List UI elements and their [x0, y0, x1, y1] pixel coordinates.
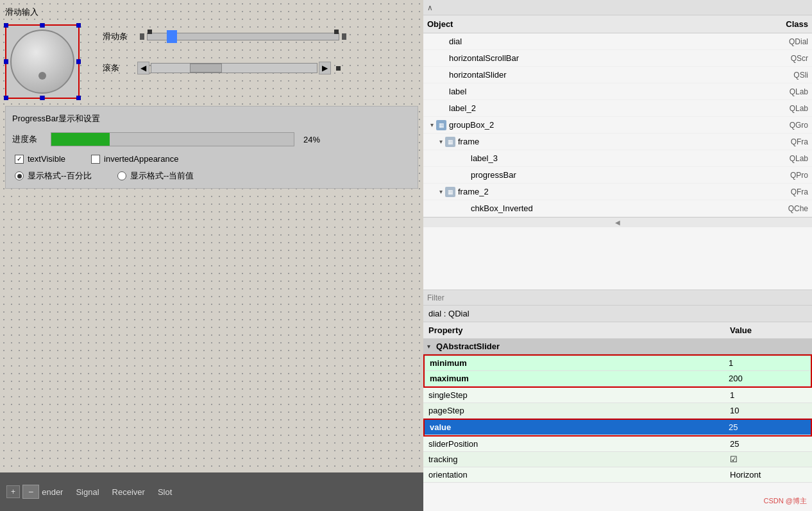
resize-handle-br[interactable] [76, 96, 81, 100]
scrollbar-thumb[interactable] [190, 64, 222, 73]
tree-item-icon-progressbar [458, 170, 468, 180]
resize-handle-tr[interactable] [76, 23, 81, 28]
radio-current[interactable]: 显示格式--当前值 [117, 170, 194, 182]
prop-value-sliderposition: 25 [730, 439, 807, 449]
prop-row-sliderposition[interactable]: sliderPosition 25 [423, 437, 812, 452]
bottom-tabs: ender Signal Receiver Slot [42, 487, 172, 497]
tree-row[interactable]: horizontalScrollBar QScr [423, 50, 812, 67]
tree-row[interactable]: ▾ ▦ frame QFra [423, 134, 812, 150]
tree-row[interactable]: ▾ ▦ groupBox_2 QGro [423, 117, 812, 134]
bottom-minus-button[interactable]: − [22, 485, 39, 499]
tree-row-name: frame [458, 137, 757, 146]
tick-end [336, 66, 341, 71]
right-panel: ∧ Object Class dial QDial horizontalScro… [423, 0, 812, 511]
tree-expand[interactable]: ▾ [436, 188, 445, 195]
progressbar-section: ProgressBar显示和设置 进度条 24% textVisible inv… [5, 106, 418, 189]
prop-group-row[interactable]: ▾ QAbstractSlider [423, 339, 812, 354]
dial-container[interactable] [5, 24, 80, 99]
progress-row: 进度条 24% [12, 132, 411, 146]
tree-row-class: QSli [757, 71, 808, 80]
checkbox-box-inverted[interactable] [91, 155, 100, 164]
section-title: ProgressBar显示和设置 [12, 113, 411, 125]
tree-expand[interactable]: ▾ [427, 121, 436, 128]
tree-row-name: groupBox_2 [449, 120, 757, 130]
prop-value-pagestep: 10 [730, 406, 807, 415]
resize-handle-t[interactable] [40, 23, 45, 28]
checkbox-inverted[interactable]: invertedAppearance [91, 154, 178, 164]
scrollbar-label: 滚条 [103, 62, 135, 74]
scroll-right-arrow[interactable]: ▶ [319, 62, 331, 74]
radio-current-label: 显示格式--当前值 [130, 170, 194, 182]
tree-row[interactable]: progressBar QPro [423, 167, 812, 184]
collapse-button[interactable]: ∧ [427, 3, 433, 12]
tree-row[interactable]: dial QDial [423, 33, 812, 50]
prop-name-minimum: minimum [430, 358, 729, 368]
tree-row[interactable]: label_3 QLab [423, 150, 812, 167]
group-expand-icon[interactable]: ▾ [427, 343, 436, 350]
resize-handle-b[interactable] [40, 96, 45, 100]
red-border-highlight: minimum 1 maximum 200 [423, 354, 812, 388]
tree-row[interactable]: ▾ ▦ frame_2 QFra [423, 184, 812, 200]
tab-receiver[interactable]: Receiver [112, 487, 145, 497]
resize-handle-r[interactable] [76, 60, 81, 64]
scroll-left-arrow[interactable]: ◀ [137, 62, 149, 74]
prop-row-maximum[interactable]: maximum 200 [425, 371, 811, 386]
prop-row-minimum[interactable]: minimum 1 [425, 356, 811, 371]
tree-header-object: Object [427, 19, 757, 29]
tree-expand [427, 88, 436, 95]
tree-expand[interactable]: ▾ [436, 138, 445, 145]
checkbox-box-textvisible[interactable] [15, 155, 24, 164]
tree-row[interactable]: label_2 QLab [423, 100, 812, 117]
tree-item-icon-groupbox2: ▦ [436, 120, 446, 130]
checkbox-text-visible[interactable]: textVisible [15, 154, 65, 164]
dial-wrapper [5, 24, 80, 101]
resize-handle-bl[interactable] [4, 96, 8, 100]
prop-row-pagestep[interactable]: pageStep 10 [423, 403, 812, 419]
tab-slot[interactable]: Slot [158, 487, 172, 497]
object-label-text: dial : QDial [428, 309, 469, 318]
tree-expand [427, 71, 436, 78]
prop-name-pagestep: pageStep [428, 406, 730, 415]
bottom-plus-button[interactable]: + [6, 485, 20, 498]
filter-bar-property [423, 290, 812, 306]
slider-left-tick [140, 33, 144, 40]
prop-row-tracking[interactable]: tracking ☑ [423, 452, 812, 467]
tree-item-icon-label2 [436, 103, 446, 114]
tree-item-icon-frame2: ▦ [445, 187, 455, 197]
tree-row[interactable]: chkBox_Inverted QChe [423, 200, 812, 217]
tree-row[interactable]: horizontalSlider QSli [423, 67, 812, 83]
tree-item-icon-hscrollbar [436, 53, 446, 64]
progress-bar-track[interactable] [51, 132, 294, 146]
prop-row-value[interactable]: value 25 [425, 420, 811, 435]
prop-header-value: Value [730, 325, 807, 335]
filter-input-property[interactable] [427, 293, 808, 302]
progress-text: 24% [303, 135, 320, 144]
resize-handle-l[interactable] [4, 60, 8, 64]
h-slider-handle[interactable] [167, 30, 177, 43]
tree-row-name: horizontalScrollBar [449, 53, 757, 63]
tree-row-class: QGro [757, 121, 808, 130]
radio-btn-current[interactable] [117, 171, 126, 180]
tree-expand [427, 55, 436, 62]
radio-percent[interactable]: 显示格式--百分比 [15, 170, 92, 182]
object-tree: dial QDial horizontalScrollBar QScr hori… [423, 33, 812, 290]
tree-row[interactable]: label QLab [423, 83, 812, 100]
prop-header-name: Property [428, 325, 730, 335]
dial-knob[interactable] [10, 30, 74, 94]
tab-signal[interactable]: Signal [76, 487, 99, 497]
prop-row-orientation[interactable]: orientation Horizont [423, 467, 812, 483]
scrollbar-track[interactable] [151, 63, 317, 73]
slider-controls: 滑动条 滚条 [103, 31, 346, 74]
radio-btn-percent[interactable] [15, 171, 24, 180]
h-slider-track[interactable] [147, 33, 339, 40]
prop-group-name: QAbstractSlider [436, 342, 500, 351]
checkbox-row: textVisible invertedAppearance [12, 154, 411, 164]
prop-value-minimum: 1 [729, 358, 806, 368]
resize-handle-tl[interactable] [4, 23, 8, 28]
progress-bar-fill [51, 133, 110, 146]
bottom-bar: + − ender Signal Receiver Slot [0, 472, 423, 511]
tab-sender[interactable]: ender [42, 487, 63, 497]
widget-area: 滑动输入 [0, 0, 423, 472]
prop-row-singlestep[interactable]: singleStep 1 [423, 388, 812, 403]
tree-expand [427, 105, 436, 112]
